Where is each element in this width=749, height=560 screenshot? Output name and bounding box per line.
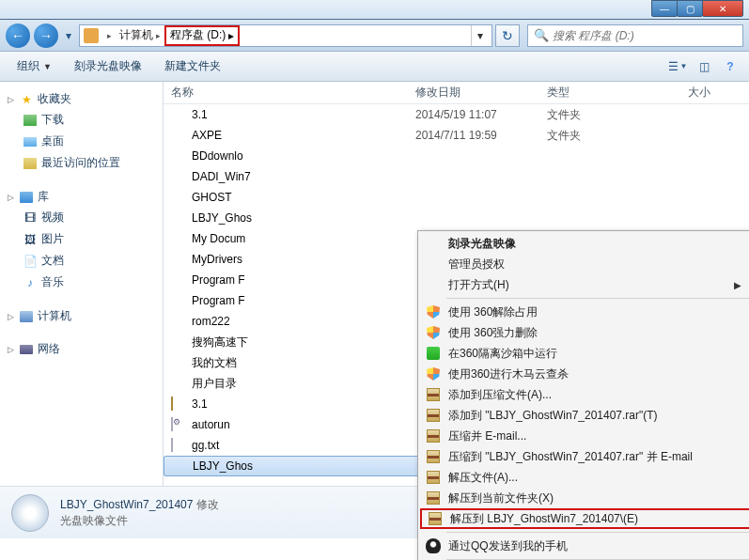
file-name-label: rom222 — [192, 315, 230, 328]
menu-item-label: 打开方式(H) — [448, 277, 509, 293]
new-folder-button[interactable]: 新建文件夹 — [155, 55, 230, 77]
preview-pane-button[interactable]: ◫ — [693, 56, 715, 77]
column-date[interactable]: 修改日期 — [408, 85, 539, 101]
view-options-button[interactable]: ☰▼ — [666, 56, 689, 77]
file-row[interactable]: BDdownlo — [164, 146, 749, 166]
folder-icon — [171, 190, 186, 205]
address-bar[interactable]: ▸ 计算机▸ 程序盘 (D:)▸ ▾ — [79, 24, 492, 47]
sidebar-item-desktop[interactable]: 桌面 — [4, 131, 159, 152]
folder-icon — [171, 128, 186, 143]
context-menu-item[interactable]: 管理员授权 — [420, 254, 749, 274]
command-toolbar: 组织▼ 刻录光盘映像 新建文件夹 ☰▼ ◫ ? — [0, 52, 749, 82]
nav-history-dropdown[interactable]: ▾ — [62, 25, 75, 46]
context-menu: 刻录光盘映像管理员授权打开方式(H)▶使用 360解除占用使用 360强力删除在… — [417, 230, 749, 560]
file-row[interactable]: AXPE2014/7/11 19:59文件夹 — [164, 125, 749, 146]
shield-icon — [425, 303, 442, 320]
star-icon: ★ — [19, 92, 34, 107]
computer-icon — [20, 311, 33, 322]
sidebar-item-downloads[interactable]: 下载 — [4, 109, 159, 131]
context-menu-item[interactable]: 通过QQ发送到我的手机 — [420, 536, 749, 556]
context-menu-item[interactable]: 压缩到 "LBJY_GhostWin7_201407.rar" 并 E-mail — [420, 446, 749, 467]
search-input[interactable] — [553, 29, 737, 42]
sidebar-item-pictures[interactable]: 🖼图片 — [4, 228, 159, 250]
file-type: 文件夹 — [539, 107, 624, 123]
disc-image-icon — [172, 459, 187, 474]
sidebar-item-recent[interactable]: 最近访问的位置 — [4, 152, 159, 174]
details-filetype: 光盘映像文件 — [60, 513, 219, 529]
menu-separator — [446, 532, 749, 533]
context-menu-item[interactable]: 压缩并 E-mail... — [420, 426, 749, 446]
context-menu-item[interactable]: 解压文件(A)... — [420, 467, 749, 488]
sidebar-network-header[interactable]: ▷网络 — [4, 339, 159, 359]
folder-icon — [171, 272, 186, 288]
folder-icon — [171, 210, 186, 226]
search-box[interactable]: 🔍 — [527, 24, 743, 47]
organize-button[interactable]: 组织▼ — [8, 55, 61, 77]
folder-icon — [171, 231, 186, 246]
menu-item-label: 使用 360解除占用 — [448, 304, 538, 320]
shield-icon — [425, 366, 442, 382]
menu-item-label: 压缩到 "LBJY_GhostWin7_201407.rar" 并 E-mail — [448, 449, 693, 465]
sidebar-item-documents[interactable]: 📄文档 — [4, 250, 159, 272]
address-row: ← → ▾ ▸ 计算机▸ 程序盘 (D:)▸ ▾ ↻ 🔍 — [0, 20, 749, 52]
file-row[interactable]: DADI_Win7 — [164, 166, 749, 187]
column-name[interactable]: 名称 — [164, 85, 408, 101]
address-history-button[interactable]: ▾ — [471, 25, 488, 46]
file-name-label: GHOST — [192, 191, 232, 204]
help-button[interactable]: ? — [719, 56, 741, 77]
window-titlebar: — ▢ ✕ — [0, 0, 749, 20]
refresh-button[interactable]: ↻ — [495, 24, 520, 47]
file-list-area: 名称 修改日期 类型 大小 3.12014/5/19 11:07文件夹AXPE2… — [164, 82, 749, 486]
file-row[interactable]: 3.12014/5/19 11:07文件夹 — [164, 104, 749, 125]
folder-icon — [171, 148, 186, 163]
navigation-sidebar: ▷★收藏夹 下载 桌面 最近访问的位置 ▷库 🎞视频 🖼图片 📄文档 ♪音乐 ▷… — [0, 82, 164, 486]
context-menu-item[interactable]: 添加到压缩文件(A)... — [420, 384, 749, 405]
sidebar-computer-header[interactable]: ▷计算机 — [4, 306, 159, 326]
music-icon: ♪ — [23, 275, 38, 290]
context-menu-item[interactable]: 使用 360强力删除 — [420, 322, 749, 343]
context-menu-item[interactable]: 使用360进行木马云查杀 — [420, 364, 749, 384]
context-menu-item[interactable]: 打开方式(H)▶ — [420, 274, 749, 295]
folder-icon — [171, 293, 186, 308]
context-menu-item[interactable]: 在360隔离沙箱中运行 — [420, 343, 749, 364]
folder-icon — [171, 252, 186, 267]
folder-icon — [171, 355, 186, 370]
window-close-button[interactable]: ✕ — [702, 0, 743, 17]
menu-item-label: 解压到当前文件夹(X) — [448, 490, 554, 506]
file-row[interactable]: GHOST — [164, 187, 749, 208]
desktop-icon — [23, 137, 37, 147]
context-menu-item[interactable]: 解压到 LBJY_GhostWin7_201407\(E) — [420, 508, 749, 529]
file-row[interactable]: LBJY_Ghos — [164, 208, 749, 228]
breadcrumb-root[interactable]: ▸ — [101, 31, 116, 40]
file-name-label: LBJY_Ghos — [193, 459, 253, 473]
nav-forward-button[interactable]: → — [34, 23, 58, 48]
sidebar-item-music[interactable]: ♪音乐 — [4, 272, 159, 293]
context-menu-item[interactable]: 刻录光盘映像 — [420, 233, 749, 254]
file-name-label: AXPE — [192, 129, 222, 142]
menu-item-label: 使用360进行木马云查杀 — [448, 366, 569, 382]
menu-item-label: 添加到 "LBJY_GhostWin7_201407.rar"(T) — [448, 408, 658, 424]
context-menu-item[interactable]: 添加到 "LBJY_GhostWin7_201407.rar"(T) — [420, 405, 749, 426]
file-name-label: MyDrivers — [192, 253, 242, 266]
file-name-label: BDdownlo — [192, 149, 243, 163]
context-menu-item[interactable]: 使用 360解除占用 — [420, 302, 749, 322]
context-menu-item[interactable]: 解压到当前文件夹(X) — [420, 488, 749, 508]
breadcrumb-computer[interactable]: 计算机▸ — [116, 27, 164, 43]
details-filename: LBJY_GhostWin7_201407 — [60, 498, 193, 511]
library-icon — [20, 192, 33, 203]
column-type[interactable]: 类型 — [539, 85, 624, 101]
nav-back-button[interactable]: ← — [6, 23, 30, 48]
archive-icon — [425, 469, 442, 486]
menu-separator — [446, 298, 749, 299]
sidebar-favorites-header[interactable]: ▷★收藏夹 — [4, 89, 159, 109]
column-size[interactable]: 大小 — [624, 85, 718, 101]
window-maximize-button[interactable]: ▢ — [677, 0, 703, 17]
burn-image-button[interactable]: 刻录光盘映像 — [65, 55, 151, 77]
file-name-label: My Docum — [192, 232, 245, 245]
archive-icon — [425, 448, 442, 465]
sidebar-item-videos[interactable]: 🎞视频 — [4, 207, 159, 228]
folder-icon — [171, 314, 186, 329]
sidebar-libraries-header[interactable]: ▷库 — [4, 187, 159, 207]
window-minimize-button[interactable]: — — [651, 0, 678, 17]
breadcrumb-drive-highlighted[interactable]: 程序盘 (D:)▸ — [164, 25, 240, 46]
